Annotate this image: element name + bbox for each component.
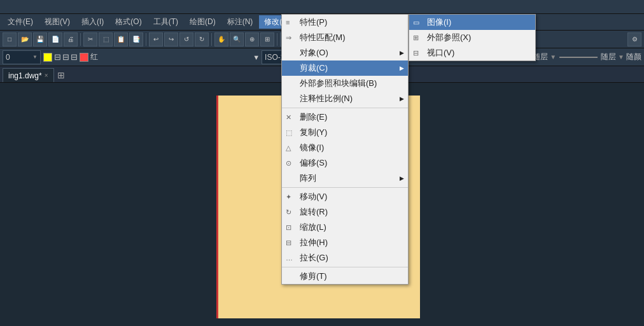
open-btn[interactable]: 📂 xyxy=(18,32,32,46)
properties-icon: ≡ xyxy=(286,18,290,26)
redo-btn[interactable]: ↪ xyxy=(164,32,178,46)
menu-tools[interactable]: 工具(T) xyxy=(148,15,183,29)
menu-item-clip[interactable]: 剪裁(C) xyxy=(282,60,408,76)
menu-item-mirror[interactable]: △ 镜像(I) xyxy=(282,140,408,155)
layer-dropdown[interactable]: 0 xyxy=(3,50,41,64)
ext-ref2-label: 外部参照(X) xyxy=(427,32,471,43)
rand-label: 随颜 xyxy=(626,52,641,62)
lengthen-icon: … xyxy=(286,254,293,262)
clip-label: 剪裁(C) xyxy=(300,62,328,74)
menu-item-offset[interactable]: ⊙ 偏移(S) xyxy=(282,155,408,171)
menu-item-copy[interactable]: ⬚ 复制(Y) xyxy=(282,125,408,140)
ext-ref2-icon: ⊞ xyxy=(413,34,419,42)
rotate-label: 旋转(R) xyxy=(300,206,328,218)
modify-menu: ≡ 特性(P) ⇒ 特性匹配(M) 对象(O) 剪裁(C) 外部参照和块编辑(B… xyxy=(281,14,409,285)
sep-2 xyxy=(282,187,408,188)
menu-item-annot-scale[interactable]: 注释性比例(N) xyxy=(282,91,408,106)
move-label: 移动(V) xyxy=(300,191,327,202)
tab-drawing[interactable]: ing1.dwg* × xyxy=(3,68,54,82)
image-icon: ▭ xyxy=(413,18,419,27)
menu-file[interactable]: 文件(E) xyxy=(3,15,38,29)
settings-btn[interactable]: ⚙ xyxy=(627,32,641,46)
menu-item-object[interactable]: 对象(O) xyxy=(282,45,408,60)
align3-btn[interactable]: ⊟ xyxy=(71,52,78,62)
offset-label: 偏移(S) xyxy=(300,157,327,169)
copy-label: 复制(Y) xyxy=(300,127,327,138)
sep2 xyxy=(146,33,146,46)
zoom-btn[interactable]: 🔍 xyxy=(230,32,244,46)
delete-label: 删除(E) xyxy=(300,111,327,123)
menu-item-rotate[interactable]: ↻ 旋转(R) xyxy=(282,204,408,220)
menu-item-move[interactable]: ✦ 移动(V) xyxy=(282,189,408,204)
color-label: 红 xyxy=(90,52,98,62)
undo2-btn[interactable]: ↺ xyxy=(179,32,193,46)
offset-icon: ⊙ xyxy=(286,159,291,167)
pan-btn[interactable]: ✋ xyxy=(214,32,228,46)
menu-item-stretch[interactable]: ⊟ 拉伸(H) xyxy=(282,235,408,250)
submenu-item-viewport[interactable]: ⊟ 视口(V) xyxy=(409,45,535,60)
menu-draw[interactable]: 绘图(D) xyxy=(185,15,221,29)
paste-btn[interactable]: 📋 xyxy=(114,32,128,46)
mirror-icon: △ xyxy=(286,144,291,152)
submenu-item-image[interactable]: ▭ 图像(I) xyxy=(409,15,535,30)
align1-btn[interactable]: ⊟ xyxy=(54,52,61,62)
copy-btn[interactable]: ⬚ xyxy=(99,32,113,46)
delete-icon: ✕ xyxy=(286,113,291,122)
menu-item-delete[interactable]: ✕ 删除(E) xyxy=(282,110,408,125)
undo-btn[interactable]: ↩ xyxy=(149,32,163,46)
submenu-item-ext-ref[interactable]: ⊞ 外部参照(X) xyxy=(409,30,535,45)
match-prop-label: 特性匹配(M) xyxy=(300,32,346,43)
iso-label: ▼ xyxy=(253,53,260,61)
scale-icon: ⊡ xyxy=(286,223,291,232)
menu-format[interactable]: 格式(O) xyxy=(110,15,146,29)
properties-label: 特性(P) xyxy=(300,17,327,28)
stretch-label: 拉伸(H) xyxy=(300,237,328,248)
linetype-dropdown[interactable]: ▼ xyxy=(618,53,624,60)
move-icon: ✦ xyxy=(286,193,291,201)
zoom-ext-btn[interactable]: ⊞ xyxy=(260,32,274,46)
annot-label: 注释性比例(N) xyxy=(300,93,353,104)
scale-label: 缩放(L) xyxy=(300,222,326,233)
menu-item-lengthen[interactable]: … 拉长(G) xyxy=(282,250,408,266)
tab-close-btn[interactable]: × xyxy=(45,72,48,79)
trim-label: 修剪(T) xyxy=(300,271,327,282)
cut-btn[interactable]: ✂ xyxy=(83,32,97,46)
copy-icon: ⬚ xyxy=(286,129,292,137)
align2-btn[interactable]: ⊟ xyxy=(62,52,69,62)
menu-annotate[interactable]: 标注(N) xyxy=(222,15,258,29)
array-label: 阵列 xyxy=(300,173,316,184)
color-indicator xyxy=(43,53,52,62)
print-btn[interactable]: 🖨 xyxy=(64,32,78,46)
menu-item-properties[interactable]: ≡ 特性(P) xyxy=(282,15,408,30)
clip-submenu: ▭ 图像(I) ⊞ 外部参照(X) ⊟ 视口(V) xyxy=(409,14,536,61)
redo2-btn[interactable]: ↻ xyxy=(195,32,209,46)
object-label: 对象(O) xyxy=(300,47,328,59)
zoom-win-btn[interactable]: ⊕ xyxy=(245,32,259,46)
menu-item-array[interactable]: 阵列 xyxy=(282,171,408,186)
new-tab-btn[interactable]: ⊞ xyxy=(54,68,68,82)
linetype-preview xyxy=(559,57,598,58)
viewport-label: 视口(V) xyxy=(427,47,454,59)
tab-name: ing1.dwg* xyxy=(8,71,42,80)
new-btn[interactable]: □ xyxy=(3,32,17,46)
menu-item-ext-ref-block[interactable]: 外部参照和块编辑(B) xyxy=(282,76,408,91)
menu-view[interactable]: 视图(V) xyxy=(39,15,75,29)
layer2-dropdown[interactable]: ▼ xyxy=(550,53,556,60)
linetype-label: 随层 xyxy=(601,52,616,62)
menu-item-trim[interactable]: 修剪(T) xyxy=(282,269,408,284)
mirror-label: 镜像(I) xyxy=(300,142,324,153)
align-btns: ⊟ ⊟ ⊟ xyxy=(54,52,78,62)
save-btn[interactable]: 💾 xyxy=(33,32,47,46)
menu-item-match-prop[interactable]: ⇒ 特性匹配(M) xyxy=(282,30,408,45)
menu-insert[interactable]: 插入(I) xyxy=(76,15,109,29)
paste-spec-btn[interactable]: 📑 xyxy=(129,32,143,46)
sep-1 xyxy=(282,108,408,108)
menu-item-scale[interactable]: ⊡ 缩放(L) xyxy=(282,220,408,235)
rotate-icon: ↻ xyxy=(286,208,291,216)
save-as-btn[interactable]: 📄 xyxy=(48,32,62,46)
viewport-icon: ⊟ xyxy=(413,49,419,57)
sep4 xyxy=(277,33,277,46)
titlebar xyxy=(0,0,644,14)
lengthen-label: 拉长(G) xyxy=(300,252,328,264)
image-label: 图像(I) xyxy=(427,17,451,28)
